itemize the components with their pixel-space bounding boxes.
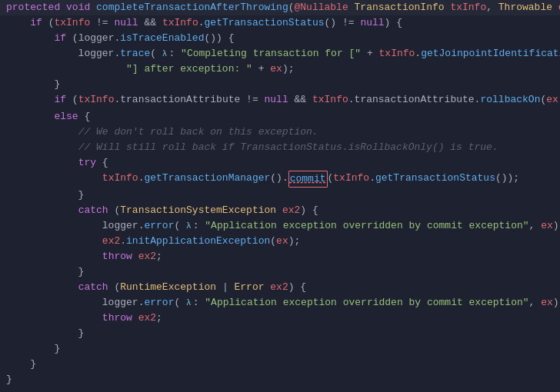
plain-token: != (90, 15, 114, 31)
plain-token: ( (42, 15, 55, 31)
plain-token: ( (288, 0, 295, 15)
plain-token: ( (540, 92, 546, 108)
plain-token: ()); (495, 171, 519, 186)
param-token: txInfo (78, 92, 115, 108)
plain-token: : (193, 218, 205, 234)
code-editor: protected void completeTransactionAfterT… (0, 0, 560, 392)
keyword-token: throw (102, 311, 132, 326)
param-token: ex2 (102, 234, 120, 249)
plain-token (445, 0, 451, 15)
code-line: if (txInfo != null && txInfo.getTransact… (0, 15, 560, 31)
plain-token (348, 0, 355, 15)
code-line: if (txInfo.transactionAttribute != null … (0, 92, 560, 109)
method-token: getTransactionStatus (205, 15, 325, 31)
comment-token: // Will still roll back if TransactionSt… (78, 140, 498, 155)
plain-token: { (96, 155, 108, 171)
param-token: txInfo (333, 171, 369, 186)
plain-token (6, 155, 78, 171)
method-token: isTraceEnabled (120, 31, 204, 46)
plain-token: . (369, 171, 375, 186)
plain-token: } (6, 341, 60, 357)
code-line: logger.error( λ: "Application exception … (0, 295, 560, 311)
plain-token: ()) { (204, 31, 234, 46)
param-token: txInfo (450, 0, 486, 15)
code-line: } (0, 341, 560, 357)
method-token: completeTransactionAfterThrowing (96, 0, 288, 15)
keyword-token: catch (78, 203, 108, 218)
plain-token: logger. (6, 295, 144, 311)
param-token: ex (270, 61, 282, 77)
plain-token: { (78, 109, 91, 125)
code-line: // We don't roll back on this exception. (0, 125, 560, 140)
keyword-token: if (30, 15, 42, 31)
plain-token: } (6, 357, 36, 372)
plain-token (265, 280, 271, 295)
keyword-token: if (54, 92, 66, 108)
plain-token (6, 92, 54, 108)
method-token: rollbackOn (480, 92, 540, 108)
string-token: "Application exception overridden by com… (205, 218, 528, 234)
plain-token (552, 0, 558, 15)
type-token: TransactionSystemException (120, 203, 276, 218)
plain-token (6, 31, 54, 46)
param-token: txInfo (54, 15, 90, 31)
keyword-token: protected (6, 0, 60, 15)
plain-token: ) { (300, 203, 318, 218)
method-token: getTransactionManager (144, 171, 270, 186)
code-line: throw ex2; (0, 249, 560, 264)
plain-token: + (252, 61, 270, 77)
string-token: "] after exception: " (126, 61, 252, 77)
plain-token: != (240, 92, 264, 108)
plain-token: ( (108, 203, 121, 218)
param-token: ex2 (270, 280, 288, 295)
plain-token: . (114, 92, 120, 108)
param-token: ex (541, 295, 553, 311)
string-token: "Completing transaction for [" (181, 46, 361, 61)
param-token: ex (541, 218, 553, 234)
plain-token (276, 203, 282, 218)
plain-token: ; (156, 311, 162, 326)
lambda-icon: λ (186, 218, 192, 234)
keyword-token: catch (78, 280, 108, 295)
plain-token: ); (288, 234, 301, 249)
code-line: // Will still roll back if TransactionSt… (0, 140, 560, 155)
type-token: RuntimeException (120, 280, 216, 295)
param-token: txInfo (379, 46, 415, 61)
plain-token: ( (66, 92, 78, 108)
plain-token: . (415, 46, 421, 61)
plain-token: | (216, 280, 234, 295)
code-line: ex2.initApplicationException(ex); (0, 234, 560, 249)
keyword-token: if (54, 31, 66, 46)
plain-token: : (193, 295, 205, 311)
plain-token: ( (150, 46, 162, 61)
param-token: ex (276, 234, 288, 249)
plain-token (6, 109, 54, 125)
param-token: txInfo (312, 92, 348, 108)
plain-token: ( (66, 31, 78, 46)
plain-token: logger. (6, 218, 144, 234)
param-token: txInfo (162, 15, 198, 31)
plain-token: ); (553, 218, 560, 234)
plain-token (6, 249, 102, 264)
plain-token (6, 280, 78, 295)
keyword-token: throw (102, 249, 132, 264)
plain-token: . (198, 15, 205, 31)
code-line: } (0, 326, 560, 341)
code-line: protected void completeTransactionAfterT… (0, 0, 560, 15)
plain-token: } (6, 326, 84, 341)
plain-token (6, 234, 102, 249)
code-line: catch (RuntimeException | Error ex2) { (0, 280, 560, 295)
plain-token: , (529, 218, 542, 234)
code-line: } (0, 372, 560, 387)
plain-token: , (486, 0, 498, 15)
code-line: if (logger.isTraceEnabled()) { (0, 31, 560, 46)
plain-token: ( (328, 171, 334, 186)
lambda-icon: λ (162, 46, 168, 61)
plain-token: ) { (288, 280, 306, 295)
lambda-icon: λ (186, 295, 192, 311)
plain-token (6, 171, 102, 186)
code-line: logger.trace( λ: "Completing transaction… (0, 46, 560, 61)
code-line: } (0, 188, 560, 203)
plain-token (132, 249, 138, 264)
plain-token: transactionAttribute (120, 92, 240, 108)
